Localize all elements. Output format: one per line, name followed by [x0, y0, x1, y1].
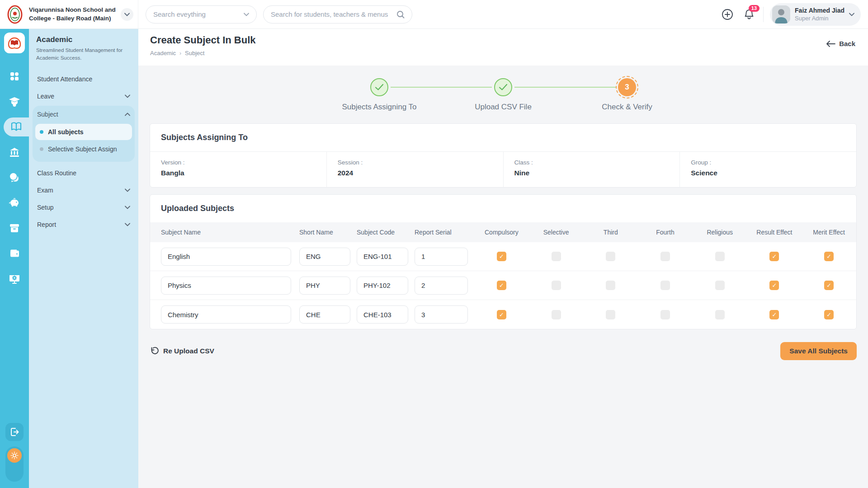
- result-effect-checkbox[interactable]: ✓: [769, 252, 779, 261]
- back-label: Back: [839, 40, 855, 47]
- third-checkbox[interactable]: [606, 281, 615, 290]
- school-name: Viqarunnisa Noon School and College - Ba…: [29, 6, 116, 22]
- selective-checkbox[interactable]: [552, 252, 561, 261]
- result-effect-checkbox[interactable]: ✓: [769, 310, 779, 319]
- school-switcher[interactable]: Viqarunnisa Noon School and College - Ba…: [0, 0, 138, 28]
- sidebar-item-student-attendance[interactable]: Student Attendance: [33, 70, 135, 88]
- sidebar-item-exam[interactable]: Exam: [33, 182, 135, 199]
- field-label: Version :: [161, 159, 316, 166]
- quick-add-button[interactable]: [720, 7, 735, 22]
- page-title: Create Subject In Bulk: [150, 34, 256, 46]
- subjects-table-body: ✓✓✓✓✓✓✓✓✓: [150, 242, 856, 329]
- stepper-step-1: Subjects Assigning To: [368, 78, 391, 112]
- subject-name-input[interactable]: [161, 277, 291, 295]
- column-header-subject-code: Subject Code: [357, 229, 415, 236]
- merit-effect-checkbox[interactable]: ✓: [824, 281, 834, 290]
- reupload-csv-button[interactable]: Re Upload CSV: [150, 347, 214, 356]
- school-switcher-chevron[interactable]: [121, 8, 133, 21]
- stepper-step-2: Upload CSV File: [492, 78, 514, 112]
- compulsory-checkbox[interactable]: ✓: [497, 281, 506, 290]
- third-checkbox[interactable]: [606, 252, 615, 261]
- subject-code-input[interactable]: [357, 248, 408, 266]
- report-serial-input[interactable]: [415, 277, 468, 295]
- sidebar-rail-academic[interactable]: [4, 117, 29, 136]
- academic-module-logo[interactable]: [4, 33, 25, 53]
- assign-field-class: Class :Nine: [504, 152, 680, 187]
- column-header-report-serial: Report Serial: [415, 229, 474, 236]
- sidebar-rail-dashboard[interactable]: [0, 67, 29, 86]
- field-label: Session :: [338, 159, 492, 166]
- rail-bottom: [5, 423, 24, 482]
- save-all-subjects-button[interactable]: Save All Subjects: [780, 342, 857, 360]
- religious-checkbox[interactable]: [715, 281, 725, 290]
- fourth-checkbox[interactable]: [660, 310, 670, 319]
- compulsory-checkbox[interactable]: ✓: [497, 252, 506, 261]
- report-serial-input[interactable]: [415, 305, 468, 324]
- third-checkbox[interactable]: [606, 310, 615, 319]
- subject-code-input[interactable]: [357, 277, 408, 295]
- breadcrumb-item[interactable]: Subject: [185, 50, 204, 56]
- sidebar-rail-students[interactable]: [0, 92, 29, 111]
- short-name-input[interactable]: [299, 248, 350, 266]
- field-value: Science: [691, 169, 845, 177]
- sidebar-subitem-all-subjects[interactable]: All subjects: [35, 124, 132, 140]
- field-value: 2024: [338, 169, 492, 177]
- sidebar-item-report[interactable]: Report: [33, 216, 135, 233]
- theme-toggle[interactable]: [5, 446, 24, 482]
- topbar-divider: [763, 7, 764, 22]
- chevron-down-icon: [125, 223, 130, 226]
- module-head: Academic Streamlined Student Management …: [29, 29, 138, 69]
- selective-checkbox[interactable]: [552, 310, 561, 319]
- sidebar-subitem-selective-subject-assign[interactable]: Selective Subject Assign: [35, 141, 132, 157]
- plus-circle-icon: [722, 9, 733, 20]
- report-serial-input[interactable]: [415, 248, 468, 266]
- uploaded-subjects-card: Uploaded Subjects Subject NameShort Name…: [150, 194, 857, 329]
- religious-checkbox[interactable]: [715, 310, 725, 319]
- sidebar-rail-institute[interactable]: [0, 143, 29, 162]
- breadcrumb-item[interactable]: Academic: [150, 50, 176, 56]
- religious-checkbox[interactable]: [715, 252, 725, 261]
- user-profile-menu[interactable]: Faiz Ahmed Jiad Super Admin: [770, 3, 861, 26]
- sidebar-rail-communication[interactable]: [0, 168, 29, 187]
- back-button[interactable]: Back: [826, 40, 855, 47]
- step-label: Upload CSV File: [475, 103, 532, 112]
- merit-effect-checkbox[interactable]: ✓: [824, 252, 834, 261]
- reload-icon: [150, 347, 159, 356]
- assign-field-version: Version :Bangla: [150, 152, 327, 187]
- sidebar-item-setup[interactable]: Setup: [33, 199, 135, 216]
- search-scope-select[interactable]: Search eveything: [146, 5, 257, 23]
- global-search-input[interactable]: Search for students, teachers & menus: [263, 5, 412, 23]
- school-crest-logo: [5, 5, 24, 24]
- subject-code-input[interactable]: [357, 305, 408, 324]
- selective-checkbox[interactable]: [552, 281, 561, 290]
- chevron-down-icon: [125, 188, 130, 192]
- logout-button[interactable]: [5, 423, 24, 441]
- merit-effect-checkbox[interactable]: ✓: [824, 310, 834, 319]
- sidebar-rail-inventory[interactable]: [0, 219, 29, 238]
- field-label: Class :: [514, 159, 669, 166]
- column-header-third: Third: [583, 229, 638, 236]
- stepper-connector: [514, 87, 616, 88]
- subject-name-input[interactable]: [161, 305, 291, 324]
- wallet-icon: [9, 248, 20, 259]
- search-placeholder: Search for students, teachers & menus: [271, 10, 392, 18]
- short-name-input[interactable]: [299, 277, 350, 295]
- sidebar-rail-fees[interactable]: [0, 193, 29, 212]
- module-subtitle: Streamlined Student Management for Acade…: [36, 47, 131, 61]
- step-number: 3: [618, 78, 636, 96]
- column-header-merit-effect: Merit Effect: [802, 229, 856, 236]
- subject-name-input[interactable]: [161, 248, 291, 266]
- fourth-checkbox[interactable]: [660, 252, 670, 261]
- sidebar-item-leave[interactable]: Leave: [33, 88, 135, 105]
- notifications-button[interactable]: 13: [741, 7, 757, 22]
- fourth-checkbox[interactable]: [660, 281, 670, 290]
- sidebar-rail-device[interactable]: [0, 269, 29, 288]
- user-role: Super Admin: [795, 15, 844, 22]
- result-effect-checkbox[interactable]: ✓: [769, 281, 779, 290]
- assign-field-group: Group :Science: [680, 152, 856, 187]
- compulsory-checkbox[interactable]: ✓: [497, 310, 506, 319]
- short-name-input[interactable]: [299, 305, 350, 324]
- sidebar-item-class-routine[interactable]: Class Routine: [33, 164, 135, 182]
- sidebar-item-subject[interactable]: Subject: [33, 106, 135, 123]
- sidebar-rail-accounts[interactable]: [0, 244, 29, 263]
